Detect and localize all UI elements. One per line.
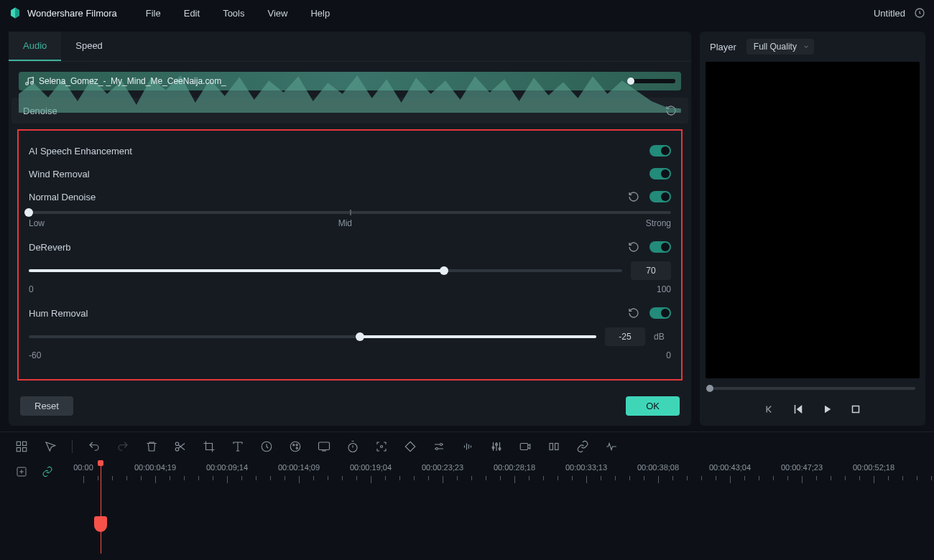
time-label: 00:00:19;04 — [350, 463, 392, 472]
app-name: Wondershare Filmora — [27, 8, 117, 19]
chevron-down-icon — [803, 43, 810, 50]
delete-icon[interactable] — [144, 439, 159, 454]
audio-edit-panel: Audio Speed Selena_Gomez_-_My_Mind_Me_Ce… — [9, 32, 691, 426]
hum-removal-value[interactable]: -25 — [605, 327, 645, 346]
normal-denoise-label: Normal Denoise — [29, 192, 96, 202]
player-viewport[interactable] — [706, 62, 920, 378]
player-scrub[interactable] — [710, 387, 915, 390]
track-link-icon[interactable] — [40, 465, 55, 479]
tab-audio[interactable]: Audio — [9, 32, 61, 61]
reset-button[interactable]: Reset — [20, 396, 73, 416]
keyframe-icon[interactable] — [403, 439, 417, 454]
waveform-preview[interactable]: Selena_Gomez_-_My_Mind_Me_CeeNaija.com_ — [19, 72, 681, 90]
sync-icon[interactable] — [914, 7, 925, 19]
text-icon[interactable] — [231, 439, 245, 454]
svg-point-13 — [296, 444, 297, 445]
hum-removal-handle[interactable] — [356, 332, 364, 341]
label-mid: Mid — [338, 218, 352, 228]
waveform-zoom-slider[interactable] — [629, 79, 675, 83]
play-button[interactable] — [820, 403, 833, 416]
normal-denoise-handle[interactable] — [24, 208, 33, 217]
svg-rect-15 — [319, 442, 330, 450]
color-icon[interactable] — [288, 439, 302, 454]
hum-removal-reset-icon[interactable] — [628, 307, 639, 319]
undo-icon[interactable] — [87, 439, 101, 454]
dereverb-handle[interactable] — [440, 266, 448, 275]
menu-file[interactable]: File — [146, 8, 161, 19]
adjust-icon[interactable] — [432, 439, 446, 454]
time-ruler[interactable]: 00:0000:00:04;1900:00:09;1400:00:14;0900… — [83, 460, 934, 489]
redo-icon[interactable] — [116, 439, 130, 454]
wind-removal-toggle[interactable] — [649, 168, 671, 179]
hum-removal-unit: dB — [654, 332, 671, 342]
svg-point-9 — [175, 447, 179, 451]
hum-removal-label: Hum Removal — [29, 308, 88, 319]
dereverb-max: 100 — [657, 284, 671, 294]
dereverb-value[interactable]: 70 — [631, 261, 671, 280]
label-strong: Strong — [646, 218, 671, 228]
hum-removal-toggle[interactable] — [649, 307, 671, 319]
play-backward-button[interactable] — [792, 403, 805, 416]
menu-edit[interactable]: Edit — [184, 8, 200, 19]
screen-icon[interactable] — [317, 439, 331, 454]
dereverb-slider-row: 70 — [26, 258, 674, 280]
record-icon[interactable] — [518, 439, 532, 454]
beat-icon[interactable] — [604, 439, 619, 454]
track-add-icon[interactable] — [14, 465, 29, 479]
dereverb-slider[interactable] — [29, 269, 622, 272]
label-low: Low — [29, 218, 45, 228]
quality-value: Full Quality — [754, 42, 797, 52]
scrub-handle[interactable] — [706, 385, 713, 392]
title-bar: Wondershare Filmora File Edit Tools View… — [0, 0, 934, 26]
hum-max: 0 — [666, 350, 671, 360]
normal-denoise-toggle[interactable] — [649, 191, 671, 202]
layout-icon[interactable] — [14, 439, 29, 454]
dereverb-toggle[interactable] — [649, 241, 671, 253]
menu-help[interactable]: Help — [310, 8, 330, 19]
dereverb-label: DeReverb — [29, 242, 71, 253]
stop-button[interactable] — [849, 403, 862, 416]
hum-removal-range-labels: -60 0 — [26, 346, 674, 368]
link-icon[interactable] — [575, 439, 590, 454]
option-dereverb: DeReverb — [26, 235, 674, 258]
player-controls — [700, 396, 925, 426]
menu-tools[interactable]: Tools — [223, 8, 244, 19]
playhead[interactable] — [101, 460, 101, 554]
dereverb-reset-icon[interactable] — [628, 241, 639, 253]
normal-denoise-slider-row — [26, 208, 674, 214]
dereverb-range-labels: 0 100 — [26, 280, 674, 302]
svg-rect-5 — [23, 442, 27, 445]
speed-icon[interactable] — [259, 439, 274, 454]
timeline[interactable]: 00:0000:00:04;1900:00:09;1400:00:14;0900… — [0, 460, 934, 554]
hum-removal-slider[interactable] — [29, 335, 596, 338]
timer-icon[interactable] — [346, 439, 360, 454]
ai-speech-toggle[interactable] — [649, 145, 671, 157]
quality-dropdown[interactable]: Full Quality — [746, 39, 814, 55]
tab-speed[interactable]: Speed — [61, 32, 117, 61]
clip-filename: Selena_Gomez_-_My_Mind_Me_CeeNaija.com_ — [39, 76, 226, 86]
crop-icon[interactable] — [202, 439, 216, 454]
svg-point-18 — [440, 443, 443, 445]
marker-icon[interactable] — [547, 439, 561, 454]
svg-point-2 — [31, 82, 34, 85]
cursor-icon[interactable] — [43, 439, 57, 454]
menu-view[interactable]: View — [267, 8, 287, 19]
normal-denoise-reset-icon[interactable] — [628, 191, 639, 202]
prev-frame-button[interactable] — [763, 403, 776, 416]
time-label: 00:00:38;08 — [637, 463, 679, 472]
zoom-handle[interactable] — [627, 78, 634, 85]
option-normal-denoise: Normal Denoise — [26, 185, 674, 208]
time-label: 00:00:23;23 — [422, 463, 463, 472]
time-label: 00:00:47;23 — [781, 463, 823, 472]
ok-button[interactable]: OK — [626, 396, 680, 416]
split-icon[interactable] — [173, 439, 188, 454]
focus-icon[interactable] — [374, 439, 389, 454]
svg-rect-4 — [17, 442, 20, 445]
normal-denoise-slider[interactable] — [29, 211, 671, 214]
mixer-icon[interactable] — [489, 439, 504, 454]
audio-icon[interactable] — [461, 439, 475, 454]
player-panel: Player Full Quality — [700, 32, 925, 426]
time-label: 00:00:33;13 — [565, 463, 607, 472]
time-label: 00:00 — [73, 463, 93, 472]
timeline-toolbar — [0, 431, 934, 460]
